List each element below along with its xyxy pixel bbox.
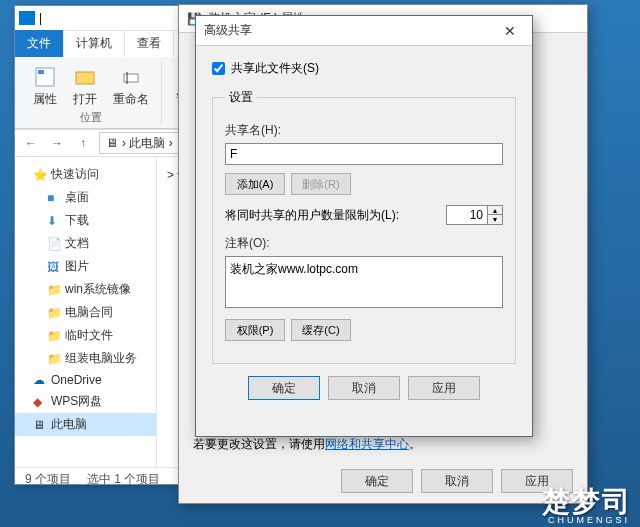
user-limit-label: 将同时共享的用户数量限制为(L): xyxy=(225,207,399,224)
desktop-icon: ■ xyxy=(47,191,61,205)
adv-ok-button[interactable]: 确定 xyxy=(248,376,320,400)
comment-label: 注释(O): xyxy=(225,235,503,252)
sidebar-item-temp[interactable]: 📁临时文件 xyxy=(15,324,156,347)
wps-icon: ◆ xyxy=(33,395,47,409)
rename-label: 重命名 xyxy=(113,91,149,108)
open-button[interactable]: 打开 xyxy=(69,63,101,110)
open-icon xyxy=(73,65,97,89)
downloads-icon: ⬇ xyxy=(47,214,61,228)
up-button[interactable]: ↑ xyxy=(73,133,93,153)
tab-computer[interactable]: 计算机 xyxy=(64,30,125,57)
svg-rect-1 xyxy=(38,70,44,74)
change-link-row: 若要更改这设置，请使用网络和共享中心。 xyxy=(193,436,421,453)
sidebar-item-wps[interactable]: ◆WPS网盘 xyxy=(15,390,156,413)
properties-footer: 确定 取消 应用 xyxy=(341,469,573,493)
user-limit-row: 将同时共享的用户数量限制为(L): ▲ ▼ xyxy=(225,205,503,225)
pc-icon-small: 🖥 xyxy=(106,136,118,150)
folder-icon: 📁 xyxy=(47,329,61,343)
properties-label: 属性 xyxy=(33,91,57,108)
rename-button[interactable]: 重命名 xyxy=(109,63,153,110)
spinner-buttons: ▲ ▼ xyxy=(488,205,503,225)
close-button[interactable]: ✕ xyxy=(496,20,524,42)
tab-view[interactable]: 查看 xyxy=(125,30,174,57)
sidebar-item-desktop[interactable]: ■桌面 xyxy=(15,186,156,209)
user-limit-spinner[interactable]: ▲ ▼ xyxy=(446,205,503,225)
rename-icon xyxy=(119,65,143,89)
documents-icon: 📄 xyxy=(47,237,61,251)
sidebar-item-biz[interactable]: 📁组装电脑业务 xyxy=(15,347,156,370)
add-button[interactable]: 添加(A) xyxy=(225,173,285,195)
props-ok-button[interactable]: 确定 xyxy=(341,469,413,493)
adv-body: 共享此文件夹(S) 设置 共享名(H): 添加(A) 删除(R) 将同时共享的用… xyxy=(196,46,532,414)
adv-cancel-button[interactable]: 取消 xyxy=(328,376,400,400)
comment-input[interactable] xyxy=(225,256,503,308)
sidebar-item-contract[interactable]: 📁电脑合同 xyxy=(15,301,156,324)
adv-titlebar: 高级共享 ✕ xyxy=(196,16,532,46)
group-location-label: 位置 xyxy=(80,110,102,125)
share-name-label: 共享名(H): xyxy=(225,122,503,139)
props-cancel-button[interactable]: 取消 xyxy=(421,469,493,493)
forward-button[interactable]: → xyxy=(47,133,67,153)
title-separator: | xyxy=(39,11,42,25)
pictures-icon: 🖼 xyxy=(47,260,61,274)
advanced-sharing-dialog: 高级共享 ✕ 共享此文件夹(S) 设置 共享名(H): 添加(A) 删除(R) … xyxy=(195,15,533,437)
nav-sidebar: ⭐快速访问 ■桌面 ⬇下载 📄文档 🖼图片 📁win系统镜像 📁电脑合同 📁临时… xyxy=(15,157,157,467)
adv-footer: 确定 取消 应用 xyxy=(212,376,516,400)
pc-icon: 🖥 xyxy=(33,418,47,432)
sidebar-item-quick[interactable]: ⭐快速访问 xyxy=(15,163,156,186)
share-folder-label: 共享此文件夹(S) xyxy=(231,60,319,77)
ribbon-group-location: 属性 打开 重命名 位置 xyxy=(21,61,162,124)
back-button[interactable]: ← xyxy=(21,133,41,153)
share-name-input[interactable] xyxy=(225,143,503,165)
folder-icon: 📁 xyxy=(47,352,61,366)
status-selected: 选中 1 个项目 xyxy=(87,471,160,488)
breadcrumb: › 此电脑 › xyxy=(122,135,173,152)
adv-apply-button[interactable]: 应用 xyxy=(408,376,480,400)
adv-title-text: 高级共享 xyxy=(204,22,252,39)
pc-icon xyxy=(19,11,35,25)
sidebar-item-winimg[interactable]: 📁win系统镜像 xyxy=(15,278,156,301)
sidebar-item-thispc[interactable]: 🖥此电脑 xyxy=(15,413,156,436)
sidebar-item-downloads[interactable]: ⬇下载 xyxy=(15,209,156,232)
permissions-button[interactable]: 权限(P) xyxy=(225,319,285,341)
network-center-link[interactable]: 网络和共享中心 xyxy=(325,437,409,451)
onedrive-icon: ☁ xyxy=(33,373,47,387)
spin-down[interactable]: ▼ xyxy=(488,215,502,224)
share-folder-checkbox[interactable] xyxy=(212,62,225,75)
cache-button[interactable]: 缓存(C) xyxy=(291,319,351,341)
watermark-sub: CHUMENGSI xyxy=(548,515,630,525)
svg-rect-3 xyxy=(124,74,138,82)
open-label: 打开 xyxy=(73,91,97,108)
spin-up[interactable]: ▲ xyxy=(488,206,502,215)
tab-file[interactable]: 文件 xyxy=(15,30,64,57)
folder-icon: 📁 xyxy=(47,283,61,297)
status-count: 9 个项目 xyxy=(25,471,71,488)
folder-icon: 📁 xyxy=(47,306,61,320)
settings-legend: 设置 xyxy=(225,89,257,106)
user-limit-input[interactable] xyxy=(446,205,488,225)
sidebar-item-onedrive[interactable]: ☁OneDrive xyxy=(15,370,156,390)
sidebar-item-documents[interactable]: 📄文档 xyxy=(15,232,156,255)
remove-button: 删除(R) xyxy=(291,173,351,195)
add-remove-row: 添加(A) 删除(R) xyxy=(225,173,503,195)
sidebar-item-pictures[interactable]: 🖼图片 xyxy=(15,255,156,278)
star-icon: ⭐ xyxy=(33,168,47,182)
properties-icon xyxy=(33,65,57,89)
settings-fieldset: 设置 共享名(H): 添加(A) 删除(R) 将同时共享的用户数量限制为(L):… xyxy=(212,89,516,364)
perm-cache-row: 权限(P) 缓存(C) xyxy=(225,319,503,341)
svg-rect-2 xyxy=(76,72,94,84)
properties-button[interactable]: 属性 xyxy=(29,63,61,110)
share-folder-checkbox-row[interactable]: 共享此文件夹(S) xyxy=(212,60,516,77)
